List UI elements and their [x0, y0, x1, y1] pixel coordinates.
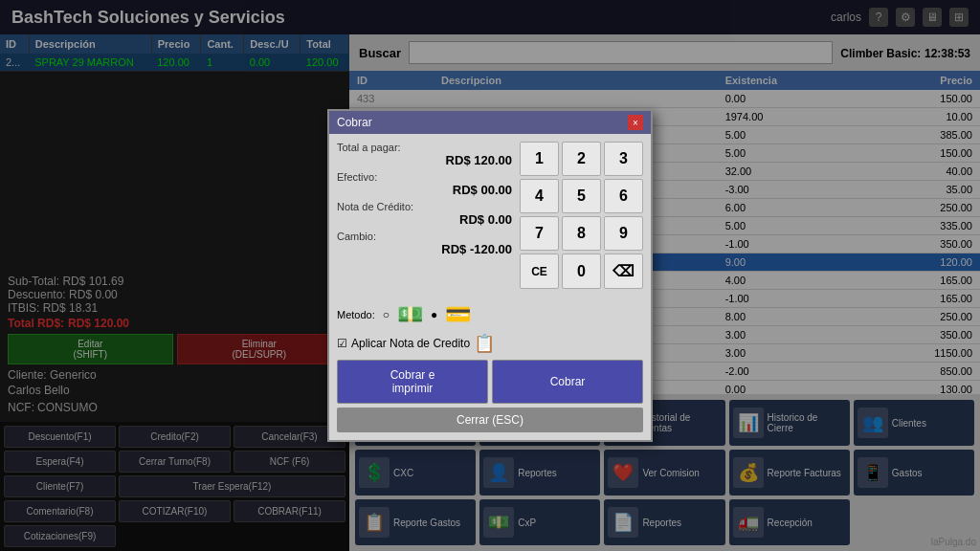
modal-close-button[interactable]: ×	[628, 115, 643, 130]
cash-icon: 💵	[397, 302, 423, 327]
modal-info: Total a pagar: RD$ 120.00 Efectivo: RD$ …	[337, 142, 512, 289]
modal-overlay: Cobrar × Total a pagar: RD$ 120.00 Efect…	[0, 0, 980, 551]
action-row: Cobrar eimprimir Cobrar	[337, 360, 643, 404]
modal-footer: Metodo: ○ 💵 ● 💳 ☑ Aplicar Nota de Credit…	[329, 297, 651, 440]
num-7[interactable]: 7	[520, 216, 559, 251]
nota-credito-row: Nota de Crédito: RD$ 0.00	[337, 201, 512, 227]
num-8[interactable]: 8	[562, 216, 601, 251]
modal-title: Cobrar	[337, 116, 372, 129]
cobrar-modal: Cobrar × Total a pagar: RD$ 120.00 Efect…	[327, 109, 653, 442]
total-pagar-row: Total a pagar: RD$ 120.00	[337, 142, 512, 167]
credit-icon: 📋	[474, 333, 495, 354]
card-icon: 💳	[445, 302, 471, 327]
num-5[interactable]: 5	[562, 179, 601, 213]
method-options: ○ 💵 ● 💳	[383, 302, 472, 327]
card-radio[interactable]: ●	[431, 308, 437, 321]
num-2[interactable]: 2	[562, 142, 601, 176]
cerrar-button[interactable]: Cerrar (ESC)	[337, 408, 643, 432]
num-6[interactable]: 6	[604, 179, 643, 213]
cobrar-button[interactable]: Cobrar	[492, 360, 643, 404]
num-backspace[interactable]: ⌫	[604, 253, 643, 289]
cambio-row: Cambio: RD$ -120.00	[337, 231, 512, 256]
method-row: Metodo: ○ 💵 ● 💳	[337, 302, 643, 327]
num-1[interactable]: 1	[520, 142, 559, 176]
modal-header: Cobrar ×	[329, 111, 651, 134]
num-9[interactable]: 9	[604, 216, 643, 251]
credit-row: ☑ Aplicar Nota de Credito 📋	[337, 333, 643, 354]
modal-body: Total a pagar: RD$ 120.00 Efectivo: RD$ …	[329, 134, 651, 297]
credit-checkbox[interactable]: ☑	[337, 337, 347, 350]
num-3[interactable]: 3	[604, 142, 643, 176]
numpad: 1 2 3 4 5 6 7 8 9 CE 0 ⌫	[520, 142, 643, 289]
num-4[interactable]: 4	[520, 179, 559, 213]
num-0[interactable]: 0	[562, 253, 601, 289]
credit-label: Aplicar Nota de Credito	[351, 337, 470, 350]
efectivo-row: Efectivo: RD$ 00.00	[337, 171, 512, 197]
cash-radio[interactable]: ○	[383, 308, 390, 321]
cobrar-imprimir-button[interactable]: Cobrar eimprimir	[337, 360, 488, 404]
num-ce[interactable]: CE	[520, 253, 559, 289]
